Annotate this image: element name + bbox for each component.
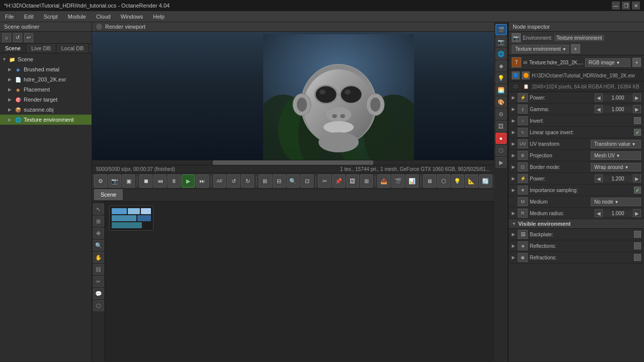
texture-settings-btn[interactable]: T <box>512 57 521 67</box>
tree-expand-scene[interactable]: ▼ <box>2 57 8 62</box>
medium-dropdown[interactable]: No node ▾ <box>591 198 641 206</box>
rail-render-icon[interactable]: 🎬 <box>496 24 507 35</box>
env-icon-btn-1[interactable]: 📷 <box>512 33 521 42</box>
ng-rail-cut[interactable]: ✂ <box>93 276 104 287</box>
backplate-expand-icon[interactable]: ▶ <box>512 232 518 237</box>
minimize-button[interactable]: — <box>612 2 620 10</box>
render-canvas[interactable] <box>92 32 494 160</box>
rtool-redo[interactable]: ↻ <box>241 174 254 188</box>
backplate-icon[interactable]: 🖼 <box>518 230 528 239</box>
maximize-button[interactable]: ❐ <box>622 2 630 10</box>
rtool-stats[interactable]: 📊 <box>406 174 419 188</box>
ng-rail-connect[interactable]: ⛓ <box>93 264 104 275</box>
tree-item-placement[interactable]: ▶ ◆ Placement <box>0 84 92 95</box>
rtool-af[interactable]: AF <box>213 174 226 188</box>
rtool-monitor[interactable]: 🖥 <box>423 174 436 188</box>
menu-help[interactable]: Help <box>148 13 170 21</box>
rtool-play[interactable]: ▶ <box>182 174 195 188</box>
rail-geo-icon[interactable]: ⬡ <box>496 145 507 156</box>
importance-icon[interactable]: ★ <box>518 186 528 195</box>
power-arrow-right[interactable]: ▶ <box>633 94 641 102</box>
medium-radius-arrow-left[interactable]: ◀ <box>595 209 603 217</box>
rtool-pause[interactable]: ⏸ <box>168 174 181 188</box>
rtool-hex[interactable]: ⬡ <box>437 174 450 188</box>
power2-arrow-left[interactable]: ◀ <box>595 174 603 183</box>
texture-type-dropdown[interactable]: RGB image ▾ <box>585 58 630 67</box>
rtool-render-anim[interactable]: 🎬 <box>391 174 405 188</box>
gamma-arrow-right[interactable]: ▶ <box>633 105 641 113</box>
rail-scene-icon[interactable]: 🌐 <box>496 48 507 59</box>
ng-rail-select[interactable]: ⊞ <box>93 216 104 227</box>
menu-script[interactable]: Script <box>39 13 63 21</box>
importance-expand-icon[interactable]: ▶ <box>512 188 518 193</box>
nodegraph-canvas[interactable]: ↖ ⊞ ✥ 🔍 ✋ ⛓ ✂ 💬 ⬡ <box>92 202 494 362</box>
reflections-checkbox[interactable] <box>634 242 641 249</box>
tree-expand-brushed[interactable]: ▶ <box>8 67 14 72</box>
outliner-home-btn[interactable]: ⌂ <box>2 33 11 42</box>
ng-rail-zoom[interactable]: 🔍 <box>93 240 104 251</box>
tree-expand-suzanne[interactable]: ▶ <box>8 107 14 112</box>
rail-anim-icon[interactable]: ▶ <box>496 157 507 168</box>
power2-expand-icon[interactable]: ▶ <box>512 176 518 181</box>
viewport-scrollbar[interactable] <box>92 160 494 165</box>
refractions-checkbox[interactable] <box>634 254 641 261</box>
medium-radius-arrow-right[interactable]: ▶ <box>633 209 641 217</box>
ng-rail-move[interactable]: ✥ <box>93 228 104 239</box>
backplate-checkbox[interactable] <box>634 231 641 238</box>
menu-file[interactable]: File <box>0 13 19 21</box>
border-dropdown[interactable]: Wrap around ▾ <box>591 163 641 171</box>
linear-checkbox[interactable]: ✓ <box>634 129 641 136</box>
medium-radius-icon[interactable]: R <box>518 209 528 218</box>
ng-rail-group[interactable]: ⬡ <box>93 300 104 311</box>
gamma-expand-icon[interactable]: ▶ <box>512 107 518 112</box>
power-expand-icon[interactable]: ▶ <box>512 95 518 100</box>
reflections-expand-icon[interactable]: ▶ <box>512 243 518 248</box>
tab-scene[interactable]: Scene <box>0 44 26 53</box>
gamma-icon[interactable]: γ <box>518 105 528 114</box>
rtool-zoom-out[interactable]: ⊟ <box>273 174 286 188</box>
tree-item-suzanne[interactable]: ▶ 📦 suzanne.obj <box>0 105 92 115</box>
linear-expand-icon[interactable]: ▶ <box>512 130 518 135</box>
env-type-dropdown[interactable]: Texture environment ▾ <box>512 45 569 53</box>
menu-edit[interactable]: Edit <box>19 13 39 21</box>
power-icon[interactable]: ⚡ <box>518 93 528 102</box>
rtool-fit[interactable]: ⊡ <box>300 174 313 188</box>
ng-rail-pan[interactable]: ✋ <box>93 252 104 263</box>
rtool-rotate[interactable]: 🔄 <box>479 174 492 188</box>
tab-live-db[interactable]: Live DB <box>26 44 56 53</box>
menu-cloud[interactable]: Cloud <box>91 13 116 21</box>
invert-checkbox[interactable] <box>634 117 641 124</box>
rail-post-icon[interactable]: 🎨 <box>496 97 507 108</box>
tree-item-render-target[interactable]: ▶ 🎯 Render target <box>0 95 92 105</box>
proj-dropdown[interactable]: Mesh UV ▾ <box>591 151 641 160</box>
uv-expand-icon[interactable]: ▶ <box>512 141 518 146</box>
gamma-arrow-left[interactable]: ◀ <box>595 105 603 113</box>
proj-expand-icon[interactable]: ▶ <box>512 153 518 158</box>
rail-obj-icon[interactable]: ● <box>496 133 507 144</box>
power-arrow-left[interactable]: ◀ <box>595 94 603 102</box>
rtool-grid[interactable]: ⊞ <box>360 174 373 188</box>
rtool-zoom-in[interactable]: 🔍 <box>287 174 300 188</box>
rtool-display[interactable]: ▣ <box>122 174 135 188</box>
power2-icon[interactable]: ⚡ <box>518 174 528 183</box>
texture-add-btn[interactable]: + <box>632 58 641 67</box>
env-icon-btn-2[interactable]: + <box>571 44 580 53</box>
rail-env-icon[interactable]: 🌅 <box>496 84 507 96</box>
invert-expand-icon[interactable]: ▶ <box>512 118 518 123</box>
border-icon[interactable]: ⊡ <box>518 162 528 171</box>
uv-icon[interactable]: UV <box>518 139 528 148</box>
tree-item-scene[interactable]: ▼ 📁 Scene <box>0 54 92 64</box>
scroll-thumb[interactable] <box>213 160 374 165</box>
tree-expand-hdre[interactable]: ▶ <box>8 77 14 82</box>
rtool-prev[interactable]: ⏮ <box>153 174 167 188</box>
tab-local-db[interactable]: Local DB <box>56 44 90 53</box>
rtool-frame[interactable]: 🖼 <box>346 174 359 188</box>
border-expand-icon[interactable]: ▶ <box>512 164 518 169</box>
menu-windows[interactable]: Windows <box>116 13 148 21</box>
rtool-pin[interactable]: 📌 <box>332 174 345 188</box>
proj-icon[interactable]: ⊕ <box>518 151 528 160</box>
power2-arrow-right[interactable]: ▶ <box>633 174 641 183</box>
tree-expand-render[interactable]: ▶ <box>8 97 14 102</box>
tree-item-hdre[interactable]: ▶ 📄 hdre_203_2K.exr <box>0 74 92 84</box>
tree-item-brushed-metal[interactable]: ▶ ◆ Brushed metal <box>0 64 92 74</box>
